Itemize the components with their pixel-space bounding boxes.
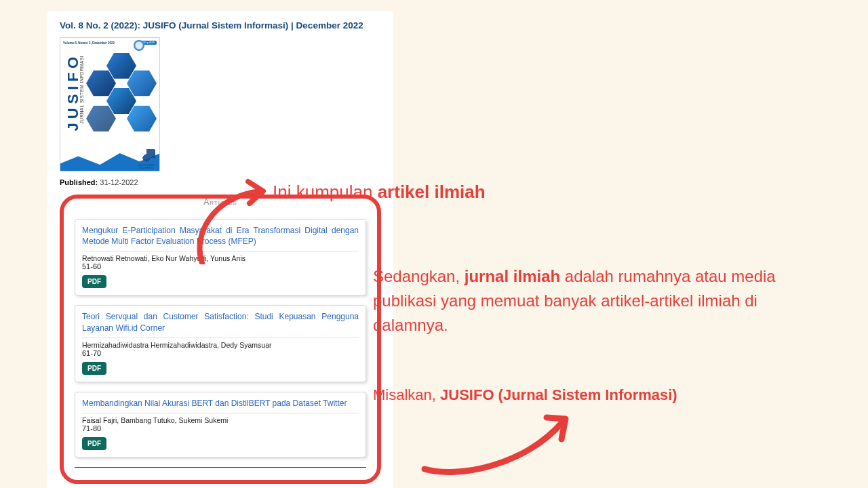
article-authors: Retnowati Retnowati, Eko Nur Wahyudi, Yu… (82, 251, 359, 262)
cover-brand-sub: JURNAL SISTEM INFORMASI (79, 56, 84, 123)
article-authors: Hermizahadiwidastra Hermizahadiwidastra,… (82, 338, 359, 349)
annotation-text: Sedangkan, (373, 267, 465, 285)
article-pages: 51-60 (82, 262, 359, 270)
article-title-link[interactable]: Teori Servqual dan Customer Satisfaction… (82, 311, 359, 333)
annotation-journal-paragraph: Sedangkan, jurnal ilmiah adalah rumahnya… (373, 264, 793, 338)
annotation-articles-label: Ini kumpulan artikel ilmiah (273, 182, 486, 203)
journal-cover[interactable]: Volume 8, Nomor 2, Desember 2022 e-ISSN … (60, 37, 160, 171)
article-pages: 61-70 (82, 349, 359, 357)
articles-highlight-box: Mengukur E-Participation Masyarakat di E… (60, 195, 381, 484)
issue-title[interactable]: Vol. 8 No. 2 (2022): JUSIFO (Jurnal Sist… (60, 20, 381, 30)
published-label: Published: (60, 178, 98, 186)
article-card: Mengukur E-Participation Masyarakat di E… (75, 219, 366, 296)
article-card: Teori Servqual dan Customer Satisfaction… (75, 305, 366, 382)
published-date: 31-12-2022 (100, 178, 138, 186)
annotation-bold: JUSIFO (Jurnal Sistem Informasi) (440, 386, 677, 403)
cover-hex-art (82, 50, 160, 152)
annotation-example: Misalkan, JUSIFO (Jurnal Sistem Informas… (373, 386, 677, 404)
article-title-link[interactable]: Membandingkan Nilai Akurasi BERT dan Dis… (82, 398, 359, 409)
annotation-bold: artikel ilmiah (378, 182, 486, 202)
cover-publisher-name: RADEN FATAH PALEMBANG (136, 164, 157, 169)
article-authors: Faisal Fajri, Bambang Tutuko, Sukemi Suk… (82, 413, 359, 424)
annotation-text: Ini kumpulan (273, 182, 378, 202)
divider (75, 467, 366, 468)
article-title-link[interactable]: Mengukur E-Participation Masyarakat di E… (82, 225, 359, 247)
cover-volume: Volume 8, Nomor 2, Desember 2022 (63, 41, 115, 45)
annotation-bold: jurnal ilmiah (465, 267, 560, 285)
journal-panel: Vol. 8 No. 2 (2022): JUSIFO (Jurnal Sist… (47, 11, 393, 488)
cover-seal-icon (134, 40, 144, 51)
pdf-button[interactable]: PDF (82, 275, 106, 288)
article-card: Membandingkan Nilai Akurasi BERT dan Dis… (75, 392, 366, 458)
pdf-button[interactable]: PDF (82, 437, 106, 450)
annotation-text: Misalkan, (373, 386, 440, 403)
arrow-icon (416, 404, 579, 479)
article-pages: 71-80 (82, 424, 359, 432)
pdf-button[interactable]: PDF (82, 362, 106, 375)
